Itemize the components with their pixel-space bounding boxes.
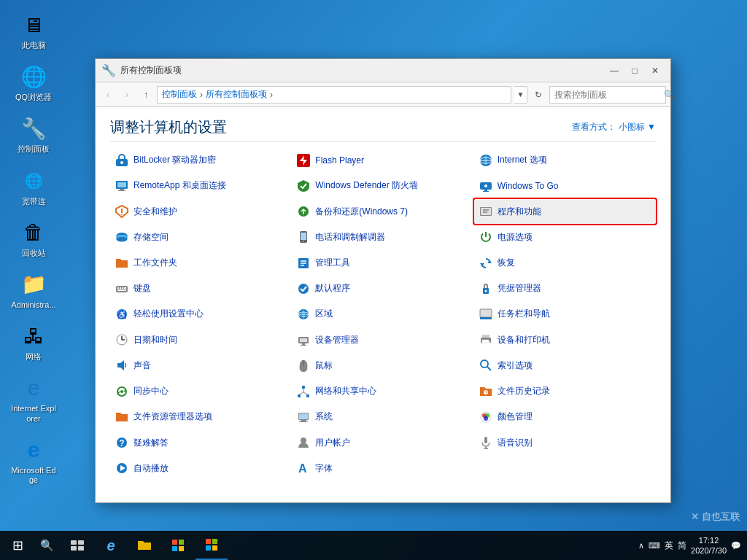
cp-item-mouse[interactable]: 鼠标 [292, 354, 473, 378]
taskbar-explorer-icon[interactable] [128, 531, 160, 560]
taskbar-cp-active[interactable] [196, 531, 228, 560]
tray-ime[interactable]: 简 [678, 540, 686, 552]
internet-icon [479, 153, 493, 168]
search-box[interactable]: 🔍 [549, 86, 666, 104]
filehistory-icon [479, 384, 493, 399]
cp-item-speech[interactable]: 语音识别 [474, 431, 656, 455]
svg-point-1 [120, 161, 123, 164]
cp-item-color[interactable]: 颜色管理 [474, 405, 656, 429]
cp-item-admintools[interactable]: 管理工具 [292, 251, 473, 275]
cp-item-system[interactable]: 系统 [292, 405, 473, 429]
start-button[interactable]: ⊞ [0, 531, 35, 560]
cp-item-devprinters[interactable]: 设备和打印机 [474, 328, 656, 352]
autoplay-icon [115, 461, 129, 475]
cp-item-sound[interactable]: 声音 [110, 354, 292, 378]
cp-item-explorer[interactable]: 文件资源管理器选项 [110, 405, 292, 429]
cp-item-default[interactable]: 默认程序 [292, 276, 473, 300]
window-title-icon: 🔧 [101, 63, 116, 77]
index-icon [479, 358, 493, 373]
cp-item-devmanager[interactable]: 设备管理器 [292, 328, 473, 352]
fonts-icon: A [296, 461, 311, 475]
clock[interactable]: 17:12 2020/7/30 [691, 535, 727, 556]
minimize-button[interactable]: — [605, 63, 624, 79]
close-button[interactable]: ✕ [646, 63, 665, 79]
taskbar-edge-icon[interactable]: e [95, 531, 127, 560]
cp-item-workfolder[interactable]: 工作文件夹 [110, 251, 292, 275]
back-button[interactable]: ‹ [100, 87, 116, 103]
cp-item-sync[interactable]: 同步中心 [110, 379, 292, 403]
cp-item-user[interactable]: 用户帐户 [292, 431, 473, 455]
address-path[interactable]: 控制面板 › 所有控制面板项 › [157, 86, 511, 104]
cp-item-storage[interactable]: 存储空间 [110, 225, 292, 249]
cp-item-network[interactable]: 网络和共享中心 [292, 379, 473, 403]
cp-item-security[interactable]: 安全和维护 [110, 199, 292, 223]
desktop-icon-qq[interactable]: 🌐 QQ浏览器 [7, 59, 60, 105]
cp-item-keyboard[interactable]: 键盘 [110, 276, 292, 300]
cp-item-fonts[interactable]: A 字体 [292, 456, 473, 481]
cp-item-power[interactable]: 电源选项 [474, 225, 656, 249]
notification-button[interactable]: 💬 [731, 541, 741, 551]
cp-item-windowstogo[interactable]: Windows To Go [474, 174, 656, 198]
mouse-label: 鼠标 [315, 359, 333, 372]
cp-item-autoplay[interactable]: 自动播放 [110, 456, 292, 481]
cp-item-backup[interactable]: 备份和还原(Windows 7) [292, 199, 473, 223]
breadcrumb-control-panel[interactable]: 控制面板 [162, 88, 197, 101]
svg-point-41 [298, 284, 309, 294]
maximize-button[interactable]: □ [625, 63, 644, 79]
view-mode-value: 小图标 ▼ [619, 121, 656, 133]
breadcrumb-all-items[interactable]: 所有控制面板项 [206, 88, 267, 101]
cp-item-internet[interactable]: Internet 选项 [474, 148, 656, 172]
ease-label: 轻松使用设置中心 [133, 308, 204, 320]
network-label: 网络 [26, 352, 42, 362]
forward-button[interactable]: › [119, 87, 135, 103]
tray-lang[interactable]: 英 [665, 540, 673, 552]
cp-item-troubleshoot[interactable]: ? 疑难解答 [110, 431, 292, 455]
cp-item-defender[interactable]: Windows Defender 防火墙 [292, 174, 473, 198]
search-input[interactable] [554, 90, 664, 100]
cp-item-bitlocker[interactable]: BitLocker 驱动器加密 [110, 148, 292, 172]
taskbar-search-button[interactable]: 🔍 [35, 531, 58, 560]
desktop-icon-control-panel[interactable]: 🔧 控制面板 [7, 111, 60, 157]
view-mode-selector[interactable]: 查看方式： 小图标 ▼ [572, 121, 656, 133]
svg-rect-92 [71, 540, 77, 545]
desktop-icon-edge[interactable]: e Microsoft Edge [7, 432, 60, 488]
taskbar-taskview[interactable] [61, 531, 93, 560]
power-label: 电源选项 [498, 231, 533, 244]
remoteapp-label: RemoteApp 和桌面连接 [133, 179, 226, 192]
devmanager-icon [296, 332, 311, 347]
svg-rect-10 [118, 190, 125, 191]
cp-item-remoteapp[interactable]: RemoteApp 和桌面连接 [110, 174, 292, 198]
refresh-button[interactable]: ↻ [530, 87, 546, 103]
cp-item-region[interactable]: 区域 [292, 302, 473, 326]
desktop-icon-broadband[interactable]: 🌐 宽带连 [7, 163, 60, 209]
desktop-icon-recycle[interactable]: 🗑 回收站 [7, 215, 60, 261]
cp-item-index[interactable]: 索引选项 [474, 354, 656, 378]
cp-item-filehistory[interactable]: 文件历史记录 [474, 379, 656, 403]
tray-expand[interactable]: ∧ [638, 541, 644, 551]
defender-label: Windows Defender 防火墙 [315, 179, 418, 192]
taskbar: ⊞ 🔍 e ∧ ⌨ 英 简 17:12 2020/7/30 [0, 531, 747, 560]
address-dropdown-button[interactable]: ▼ [514, 86, 527, 104]
cp-item-programs[interactable]: 程序和功能 [474, 199, 656, 223]
cp-item-ease[interactable]: ♿ 轻松使用设置中心 [110, 302, 292, 326]
up-button[interactable]: ↑ [138, 87, 154, 103]
svg-rect-12 [484, 190, 487, 191]
taskbar-store-icon[interactable] [162, 531, 194, 560]
default-icon [296, 281, 311, 296]
computer-label: 此电脑 [22, 41, 46, 50]
cp-item-recovery[interactable]: 恢复 [474, 251, 656, 275]
credential-icon [479, 281, 493, 296]
svg-marker-34 [480, 263, 484, 266]
mouse-icon [296, 358, 311, 373]
cp-item-datetime[interactable]: 日期和时间 [110, 328, 292, 352]
cp-item-credential[interactable]: 凭据管理器 [474, 276, 656, 300]
cp-item-phone[interactable]: 电话和调制解调器 [292, 225, 473, 249]
cp-item-flash[interactable]: Flash Player [292, 148, 473, 172]
keyboard-label: 键盘 [133, 282, 151, 295]
desktop-icon-admin[interactable]: 📁 Administra... [7, 267, 60, 313]
desktop-icon-ie[interactable]: e Internet Explorer [7, 370, 60, 426]
svg-rect-49 [480, 309, 492, 317]
desktop-icon-network[interactable]: 🖧 网络 [7, 319, 60, 365]
desktop-icon-computer[interactable]: 🖥 此电脑 [7, 7, 60, 53]
cp-item-taskbar[interactable]: 任务栏和导航 [474, 302, 656, 326]
